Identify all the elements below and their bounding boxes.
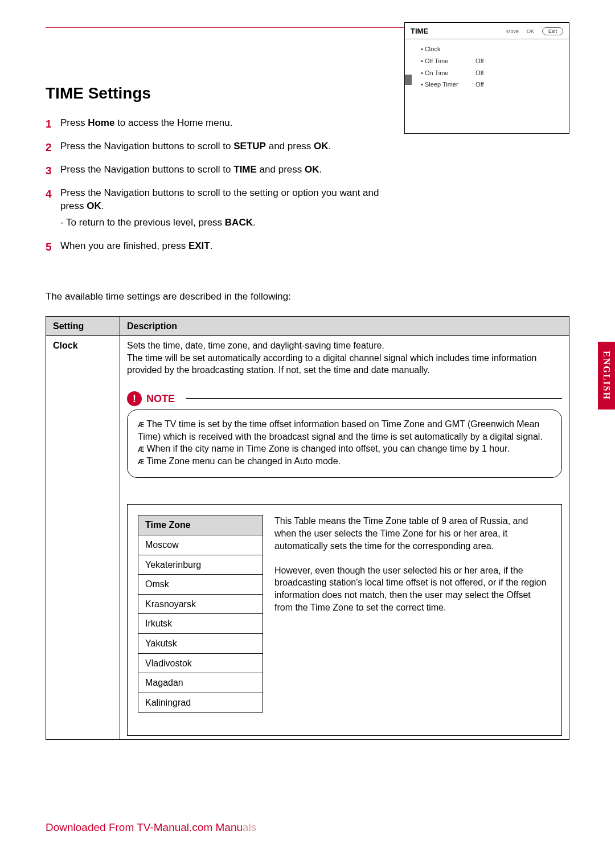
note-item-3: ᴁ Time Zone menu can be changed in Auto … bbox=[138, 455, 551, 468]
tz-row: Krasnoyarsk bbox=[138, 594, 263, 614]
col-description: Description bbox=[120, 316, 569, 336]
step-1: Press Home to access the Home menu. bbox=[46, 117, 387, 130]
timezone-description: This Table means the Time Zone table of … bbox=[274, 505, 551, 713]
osd-title: TIME bbox=[411, 26, 502, 36]
timezone-header: Time Zone bbox=[138, 515, 263, 535]
row-clock-label: Clock bbox=[46, 336, 120, 740]
tz-row: Moscow bbox=[138, 535, 263, 555]
timezone-table: Time Zone Moscow Yekaterinburg Omsk Kras… bbox=[138, 515, 263, 713]
step-3: Press the Navigation buttons to scroll t… bbox=[46, 163, 387, 177]
note-block: ! NOTE ᴁ The TV time is set by the time … bbox=[127, 391, 562, 478]
step-2: Press the Navigation buttons to scroll t… bbox=[46, 140, 387, 153]
settings-table: Setting Description Clock Sets the time,… bbox=[46, 316, 569, 740]
row-clock-desc: Sets the time, date, time zone, and dayl… bbox=[120, 336, 569, 740]
page-title: TIME Settings bbox=[46, 83, 387, 104]
tz-row: Yakutsk bbox=[138, 633, 263, 653]
step-4: Press the Navigation buttons to scroll t… bbox=[46, 187, 387, 230]
osd-preview: TIME Move OK Exit Clock Off Time: Off On… bbox=[404, 22, 569, 134]
osd-exit-button: Exit bbox=[542, 27, 563, 35]
steps-list: Press Home to access the Home menu. Pres… bbox=[46, 117, 387, 253]
note-icon: ! bbox=[127, 391, 142, 406]
tz-row: Irkutsk bbox=[138, 614, 263, 634]
note-label: NOTE bbox=[146, 392, 175, 406]
intro-text: The available time settings are describe… bbox=[46, 290, 569, 304]
tz-row: Vladivostok bbox=[138, 653, 263, 673]
tz-row: Yekaterinburg bbox=[138, 555, 263, 575]
tz-row: Omsk bbox=[138, 575, 263, 595]
osd-move-label: Move bbox=[506, 28, 519, 35]
note-item-1: ᴁ The TV time is set by the time offset … bbox=[138, 418, 551, 443]
osd-row-ontime: On Time: Off bbox=[421, 69, 563, 77]
osd-menu-list: Clock Off Time: Off On Time: Off Sleep T… bbox=[412, 39, 569, 133]
tz-row: Kaliningrad bbox=[138, 693, 263, 713]
note-item-2: ᴁ When if the city name in Time Zone is … bbox=[138, 443, 551, 455]
col-setting: Setting bbox=[46, 316, 120, 336]
osd-row-clock: Clock bbox=[421, 45, 563, 54]
step-5: When you are finished, press EXIT. bbox=[46, 240, 387, 253]
tz-row: Magadan bbox=[138, 673, 263, 693]
page: CUSTOMIZING SETTINGS 103 TIME Settings P… bbox=[0, 0, 615, 740]
footer-link: Downloaded From TV-Manual.com Manuals bbox=[46, 820, 256, 835]
timezone-block: Time Zone Moscow Yekaterinburg Omsk Kras… bbox=[127, 504, 562, 736]
osd-highlight-marker bbox=[405, 75, 412, 85]
osd-ok-label: OK bbox=[527, 28, 534, 35]
osd-row-offtime: Off Time: Off bbox=[421, 57, 563, 65]
osd-row-sleeptimer: Sleep Timer: Off bbox=[421, 80, 563, 89]
